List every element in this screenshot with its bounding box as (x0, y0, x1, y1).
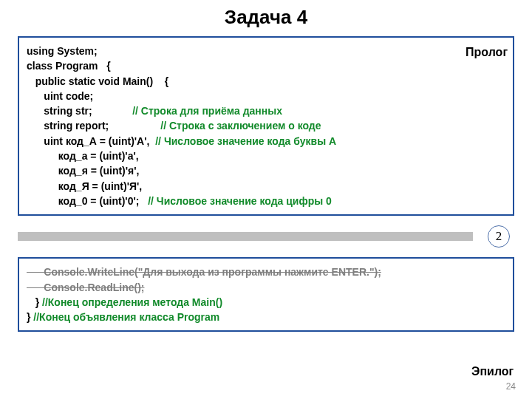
slide-title: Задача 4 (0, 6, 532, 29)
step-number-circle: 2 (488, 225, 510, 248)
code-line: } (27, 296, 42, 308)
code-comment: //Конец определения метода Main() (42, 296, 222, 308)
code-line: class Program { (27, 60, 111, 72)
prolog-label: Пролог (466, 46, 505, 59)
code-line: код_0 = (uint)'0'; (27, 195, 148, 207)
code-comment: // Строка для приёма данных (132, 105, 282, 117)
code-line: } (27, 311, 33, 323)
code-comment: //Конец объявления класса Program (33, 311, 219, 323)
code-line: uint code; (27, 90, 93, 102)
code-line: string report; (27, 120, 160, 132)
code-struck-line: Console.ReadLine(); (27, 282, 144, 293)
epilog-label: Эпилог (471, 365, 505, 378)
epilog-code: Console.WriteLine("Для выхода из програм… (27, 265, 505, 324)
code-comment: // Строка с заключением о коде (160, 120, 321, 132)
code-struck-line: Console.WriteLine("Для выхода из програм… (27, 266, 381, 278)
code-comment: // Числовое значение кода буквы А (155, 135, 336, 147)
code-line: uint код_А = (uint)'А', (27, 135, 155, 147)
divider-row: 2 (18, 226, 514, 247)
epilog-codebox: Console.WriteLine("Для выхода из програм… (18, 257, 514, 332)
code-line: public static void Main() { (27, 75, 168, 87)
prolog-codebox: using System; class Program { public sta… (18, 36, 514, 216)
code-line: string str; (27, 105, 132, 117)
divider-bar (18, 232, 473, 241)
page-number: 24 (506, 381, 516, 392)
code-line: код_я = (uint)'я', (27, 165, 139, 177)
code-line: код_Я = (uint)'Я', (27, 180, 142, 192)
code-line: код_а = (uint)'а', (27, 150, 139, 162)
code-comment: // Числовое значение кода цифры 0 (148, 195, 332, 207)
code-line: using System; (27, 45, 98, 57)
prolog-code: using System; class Program { public sta… (27, 44, 505, 208)
